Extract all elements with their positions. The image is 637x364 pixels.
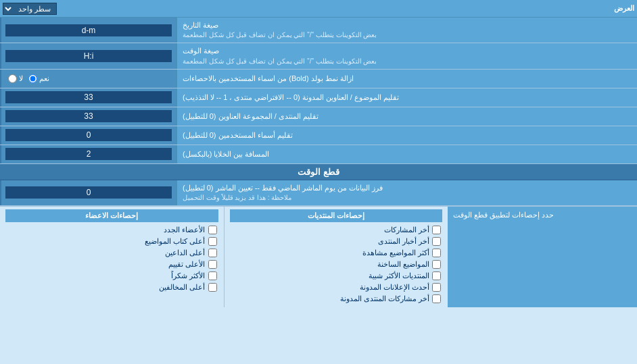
list-item: أكثر المواضيع مشاهدة (230, 247, 443, 259)
checkbox-new-members-label: الأعضاء الجدد (164, 226, 205, 234)
list-item: أخر أخبار المنتدى (230, 236, 443, 247)
checkbox-forum-news[interactable] (432, 237, 441, 246)
spacing-input[interactable] (5, 148, 172, 160)
checkbox-most-similar[interactable] (432, 271, 441, 280)
forum-stats-col: إحصاءات المنتديات أخر المشاركات أخر أخبا… (224, 207, 448, 307)
radio-yes-label: نعم (39, 74, 49, 83)
checkbox-new-members[interactable] (208, 226, 217, 234)
main-container: العرض سطر واحدسطرينثلاثة أسطر صيغة التار… (0, 0, 637, 307)
checkbox-latest-announcements[interactable] (432, 283, 441, 292)
time-format-row: صيغة الوقت بعض التكوينات يتطلب "/" التي … (0, 43, 637, 69)
checkbox-hot-topics[interactable] (432, 260, 441, 269)
time-format-input[interactable] (5, 50, 172, 62)
spacing-input-cell (0, 145, 176, 163)
checkbox-last-posts-label: أخر المشاركات (384, 226, 429, 234)
time-filter-input[interactable] (5, 186, 172, 199)
spacing-row: المسافة بين الخلايا (بالبكسل) (0, 145, 637, 164)
stats-desc: حدد إحصاءات لتطبيق قطع الوقت (448, 207, 637, 307)
top-row-label: العرض (614, 4, 634, 13)
topics-sort-input-cell (0, 88, 176, 107)
bold-remove-label: ازالة نمط بولد (Bold) من اسماء المستخدمي… (176, 70, 637, 88)
time-section-header: قطع الوقت (0, 164, 637, 180)
checkbox-section: حدد إحصاءات لتطبيق قطع الوقت إحصاءات الم… (0, 206, 637, 307)
list-item: الأعلى تقييم (5, 259, 218, 270)
checkbox-latest-announcements-label: أحدث الإعلانات المدونة (360, 283, 429, 292)
topics-sort-input[interactable] (5, 91, 172, 103)
date-format-input-cell (0, 18, 176, 43)
users-sort-input[interactable] (5, 129, 172, 141)
time-format-input-cell (0, 43, 176, 68)
radio-no[interactable]: لا (8, 74, 23, 83)
users-sort-row: تقليم أسماء المستخدمين (0 للتطبيل) (0, 126, 637, 145)
time-filter-input-cell (0, 180, 176, 205)
forum-stats-header: إحصاءات المنتديات (230, 209, 443, 222)
list-item: المنتديات الأكثر شبية (230, 270, 443, 282)
checkbox-top-invited[interactable] (208, 249, 217, 257)
checkbox-most-viewed[interactable] (432, 249, 441, 257)
checkbox-top-topic-writers[interactable] (208, 237, 217, 246)
radio-yes-input[interactable] (28, 74, 37, 83)
radio-no-label: لا (19, 74, 23, 83)
checkbox-forum-news-label: أخر أخبار المنتدى (378, 237, 429, 246)
member-stats-header: إحصاءات الاعضاء (5, 209, 218, 222)
checkbox-last-forum-posts-label: أخر مشاركات المنتدى المدونة (340, 294, 429, 303)
list-item: أعلى كتاب المواضيع (5, 236, 218, 247)
radio-no-input[interactable] (8, 74, 17, 83)
checkbox-hot-topics-label: المواضيع الساخنة (377, 260, 429, 269)
list-item: أعلى الداعين (5, 247, 218, 259)
checkbox-most-thanks[interactable] (208, 271, 217, 280)
list-item: الأعضاء الجدد (5, 224, 218, 236)
list-item: أخر مشاركات المنتدى المدونة (230, 293, 443, 305)
checkbox-most-viewed-label: أكثر المواضيع مشاهدة (362, 249, 429, 257)
forum-sort-input[interactable] (5, 110, 172, 122)
bold-remove-radio-cell: نعم لا (0, 70, 176, 88)
display-select[interactable]: سطر واحدسطرينثلاثة أسطر (3, 3, 57, 15)
bold-remove-row: ازالة نمط بولد (Bold) من اسماء المستخدمي… (0, 70, 637, 88)
list-item: أحدث الإعلانات المدونة (230, 282, 443, 293)
forum-sort-input-cell (0, 107, 176, 126)
member-stats-col: إحصاءات الاعضاء الأعضاء الجدد أعلى كتاب … (0, 207, 224, 307)
list-item: أخر المشاركات (230, 224, 443, 236)
forum-sort-label: تقليم المنتدى / المجموعة العناوين (0 للت… (176, 107, 637, 126)
spacing-label: المسافة بين الخلايا (بالبكسل) (176, 145, 637, 163)
list-item: أعلى المخالفين (5, 282, 218, 293)
top-row: العرض سطر واحدسطرينثلاثة أسطر (0, 0, 637, 18)
date-format-label: صيغة التاريخ بعض التكوينات يتطلب "/" الت… (176, 18, 637, 43)
checkbox-top-violators[interactable] (208, 283, 217, 292)
checkbox-top-violators-label: أعلى المخالفين (159, 283, 205, 292)
forum-sort-row: تقليم المنتدى / المجموعة العناوين (0 للت… (0, 107, 637, 126)
users-sort-input-cell (0, 126, 176, 145)
topics-sort-label: تقليم الموضوع / العناوين المدونة (0 -- ا… (176, 88, 637, 107)
checkbox-most-thanks-label: الأكثر شكراً (171, 271, 205, 280)
date-format-row: صيغة التاريخ بعض التكوينات يتطلب "/" الت… (0, 18, 637, 43)
checkbox-most-similar-label: المنتديات الأكثر شبية (369, 271, 429, 280)
checkbox-last-posts[interactable] (432, 226, 441, 234)
radio-yes[interactable]: نعم (28, 74, 49, 83)
list-item: الأكثر شكراً (5, 270, 218, 282)
checkbox-top-invited-label: أعلى الداعين (165, 249, 205, 257)
time-format-label: صيغة الوقت بعض التكوينات يتطلب "/" التي … (176, 43, 637, 68)
checkbox-top-rated-label: الأعلى تقييم (168, 260, 205, 269)
list-item: المواضيع الساخنة (230, 259, 443, 270)
date-format-input[interactable] (5, 24, 172, 36)
time-filter-label: فرز البيانات من يوم الماشر الماضي فقط --… (176, 180, 637, 205)
users-sort-label: تقليم أسماء المستخدمين (0 للتطبيل) (176, 126, 637, 145)
topics-sort-row: تقليم الموضوع / العناوين المدونة (0 -- ا… (0, 88, 637, 107)
time-filter-row: فرز البيانات من يوم الماشر الماضي فقط --… (0, 180, 637, 206)
checkbox-top-rated[interactable] (208, 260, 217, 269)
checkbox-top-topic-writers-label: أعلى كتاب المواضيع (145, 237, 205, 246)
checkbox-last-forum-posts[interactable] (432, 294, 441, 303)
